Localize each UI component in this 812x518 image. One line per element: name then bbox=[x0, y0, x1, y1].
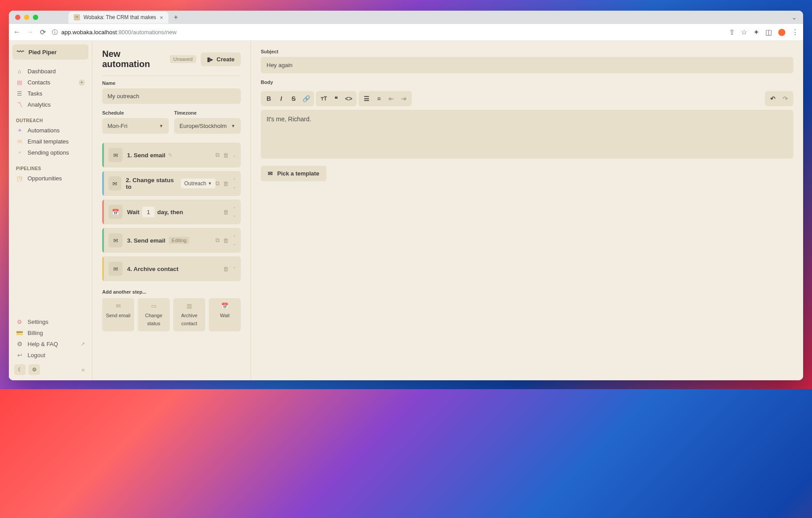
trash-icon[interactable]: 🗑 bbox=[223, 266, 229, 272]
step-row[interactable]: ✉1. Send email✎⧉🗑⌄ bbox=[102, 143, 241, 167]
indent-button[interactable]: ⇥ bbox=[398, 93, 410, 104]
page-title: New automation bbox=[102, 49, 165, 69]
site-info-icon[interactable]: ⓘ bbox=[52, 28, 58, 36]
step-row[interactable]: ✉2. Change status toOutreach ▼⧉🗑⌃⌄ bbox=[102, 171, 241, 196]
section-label-pipelines: PIPELINES bbox=[12, 164, 88, 173]
add-wait-button[interactable]: 📅Wait bbox=[209, 298, 241, 331]
undo-button[interactable]: ↶ bbox=[767, 93, 779, 104]
status-select[interactable]: Outreach ▼ bbox=[181, 179, 215, 188]
save-icon: ▮▸ bbox=[207, 56, 213, 63]
sidebar-item-email-templates[interactable]: ✉Email templates bbox=[12, 136, 88, 147]
schedule-select[interactable]: Mon-Fri ▼ bbox=[102, 118, 169, 134]
address-bar[interactable]: ⓘ app.wobaka.localhost:8000/automations/… bbox=[52, 28, 723, 36]
close-window-icon[interactable] bbox=[15, 15, 20, 20]
sidebar-item-logout[interactable]: ↩Logout bbox=[12, 350, 88, 361]
step-row[interactable]: 📅Wait day, then🗑⌃⌄ bbox=[102, 199, 241, 224]
gear-icon: ⚙ bbox=[32, 367, 37, 373]
archive-icon: ▥ bbox=[176, 303, 203, 309]
copy-icon[interactable]: ⧉ bbox=[215, 180, 219, 187]
workspace-switcher[interactable]: 〰 Pied Piper bbox=[12, 44, 88, 60]
new-tab-button[interactable]: + bbox=[171, 13, 180, 21]
wait-days-input[interactable] bbox=[142, 207, 155, 217]
step-row[interactable]: ✉3. Send emailEditing⧉🗑⌃⌄ bbox=[102, 228, 241, 253]
bookmark-icon[interactable]: ☆ bbox=[741, 28, 747, 36]
trash-icon[interactable]: 🗑 bbox=[223, 180, 229, 187]
url-text: app.wobaka.localhost:8000/automations/ne… bbox=[61, 29, 176, 36]
browser-window: ~ Wobaka: The CRM that makes × + ⌄ ← → ⟳… bbox=[9, 11, 803, 380]
move-down-icon[interactable]: ⌄ bbox=[232, 213, 236, 218]
step-row[interactable]: ✉4. Archive contact🗑⌃ bbox=[102, 256, 241, 281]
tab-title: Wobaka: The CRM that makes bbox=[84, 14, 156, 20]
tab-strip: ~ Wobaka: The CRM that makes × + bbox=[68, 12, 181, 24]
move-down-icon[interactable]: ⌄ bbox=[232, 184, 236, 189]
name-input[interactable] bbox=[102, 88, 241, 104]
body-editor[interactable]: It's me, Richard. bbox=[261, 110, 793, 159]
sidebar-item-analytics[interactable]: 〽Analytics bbox=[12, 99, 88, 110]
create-button[interactable]: ▮▸ Create bbox=[201, 52, 241, 66]
minimize-window-icon[interactable] bbox=[24, 15, 29, 20]
close-tab-icon[interactable]: × bbox=[160, 14, 163, 21]
move-down-icon[interactable]: ⌄ bbox=[232, 153, 236, 158]
strike-button[interactable]: S bbox=[287, 93, 300, 104]
reload-icon[interactable]: ⟳ bbox=[40, 28, 46, 36]
editor-toolbar: B I S 🔗 ᴛT ❝ <> ☰ ≡ ⇤ ⇥ bbox=[261, 91, 793, 106]
number-list-button[interactable]: ≡ bbox=[373, 93, 385, 104]
trash-icon[interactable]: 🗑 bbox=[223, 152, 229, 159]
move-up-icon[interactable]: ⌃ bbox=[232, 178, 236, 183]
copy-icon[interactable]: ⧉ bbox=[215, 151, 219, 159]
move-up-icon[interactable]: ⌃ bbox=[232, 207, 236, 211]
external-link-icon: ↗ bbox=[81, 341, 85, 347]
chevron-down-icon[interactable]: ⌄ bbox=[792, 14, 797, 21]
share-icon[interactable]: ⇧ bbox=[729, 28, 735, 36]
redo-button[interactable]: ↷ bbox=[779, 93, 792, 104]
panel-icon[interactable]: ◫ bbox=[765, 28, 772, 36]
add-change-status-button[interactable]: ▭Change status bbox=[138, 298, 170, 331]
sidebar-item-sending-options[interactable]: ⚬Sending options bbox=[12, 147, 88, 158]
envelope-icon: ✉ bbox=[108, 148, 123, 162]
envelope-icon: ✉ bbox=[108, 262, 123, 276]
sidebar-item-dashboard[interactable]: ⌂Dashboard bbox=[12, 66, 88, 77]
trash-icon[interactable]: 🗑 bbox=[223, 237, 229, 244]
add-archive-button[interactable]: ▥Archive contact bbox=[173, 298, 205, 331]
extension-badge-icon[interactable] bbox=[778, 29, 785, 36]
copy-icon[interactable]: ⧉ bbox=[215, 237, 219, 244]
sidebar-item-help[interactable]: ❂Help & FAQ↗ bbox=[12, 339, 88, 350]
move-up-icon[interactable]: ⌃ bbox=[232, 267, 236, 271]
browser-tab[interactable]: ~ Wobaka: The CRM that makes × bbox=[68, 12, 168, 24]
quote-button[interactable]: ❝ bbox=[330, 93, 342, 104]
theme-settings-button[interactable]: ⚙ bbox=[28, 364, 40, 375]
outdent-button[interactable]: ⇤ bbox=[385, 93, 398, 104]
move-up-icon[interactable]: ⌃ bbox=[232, 235, 236, 240]
code-button[interactable]: <> bbox=[342, 93, 355, 104]
back-icon[interactable]: ← bbox=[13, 28, 20, 36]
bold-button[interactable]: B bbox=[263, 93, 275, 104]
trash-icon[interactable]: 🗑 bbox=[223, 209, 229, 215]
automation-panel: New automation Unsaved ▮▸ Create Name Sc… bbox=[92, 41, 251, 380]
subject-input[interactable] bbox=[261, 57, 793, 73]
maximize-window-icon[interactable] bbox=[33, 15, 38, 20]
collapse-sidebar-icon[interactable]: « bbox=[80, 364, 87, 375]
heading-button[interactable]: ᴛT bbox=[318, 93, 330, 104]
envelope-icon: ✉ bbox=[105, 303, 131, 309]
theme-dark-button[interactable]: ☾ bbox=[14, 364, 26, 375]
sidebar-item-automations[interactable]: ✦Automations bbox=[12, 125, 88, 136]
sidebar-item-contacts[interactable]: ▤Contacts+ bbox=[12, 77, 88, 88]
timezone-select[interactable]: Europe/Stockholm ▼ bbox=[174, 118, 241, 134]
menu-icon[interactable]: ⋮ bbox=[792, 28, 799, 36]
add-send-email-button[interactable]: ✉Send email bbox=[102, 298, 134, 331]
bullet-list-button[interactable]: ☰ bbox=[360, 93, 373, 104]
edit-icon[interactable]: ✎ bbox=[168, 152, 173, 159]
pick-template-button[interactable]: ✉ Pick a template bbox=[261, 166, 326, 181]
move-down-icon[interactable]: ⌄ bbox=[232, 241, 236, 246]
name-label: Name bbox=[102, 80, 241, 86]
extensions-icon[interactable]: ✦ bbox=[753, 28, 759, 36]
add-contact-icon[interactable]: + bbox=[79, 80, 85, 86]
forward-icon[interactable]: → bbox=[27, 28, 34, 36]
link-button[interactable]: 🔗 bbox=[300, 93, 312, 104]
sidebar-item-billing[interactable]: 💳Billing bbox=[12, 327, 88, 339]
sidebar-item-tasks[interactable]: ☰Tasks bbox=[12, 88, 88, 99]
sidebar-item-opportunities[interactable]: ◳Opportunities bbox=[12, 173, 88, 184]
italic-button[interactable]: I bbox=[275, 93, 287, 104]
schedule-label: Schedule bbox=[102, 110, 169, 116]
sidebar-item-settings[interactable]: ⚙Settings bbox=[12, 316, 88, 327]
